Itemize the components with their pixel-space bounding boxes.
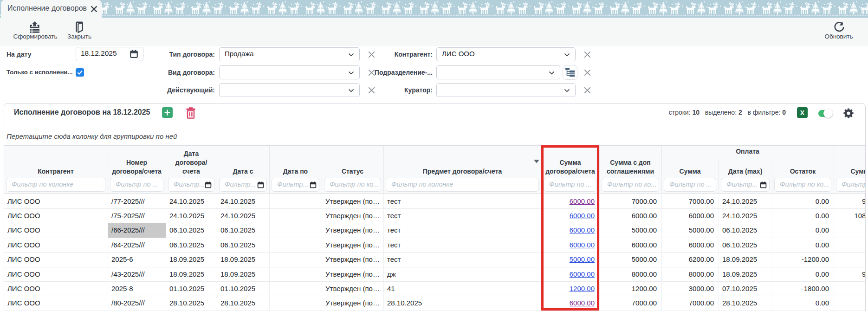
svg-text:X: X [800,109,805,117]
